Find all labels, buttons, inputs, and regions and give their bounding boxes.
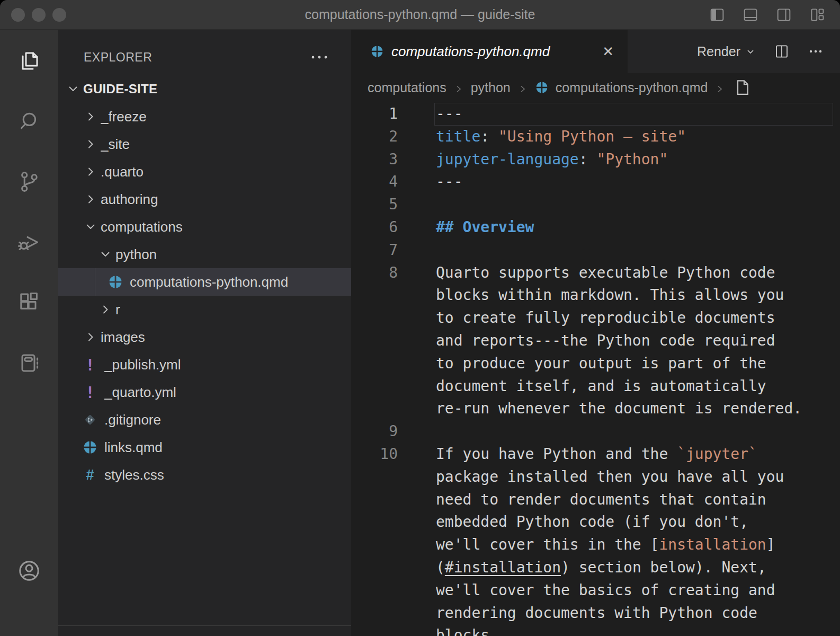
close-window-button[interactable] xyxy=(11,8,25,22)
explorer-sidebar: EXPLORER GUIDE-SITE_freeze_site.quartoau… xyxy=(58,30,351,636)
chevron-right-icon xyxy=(453,82,464,93)
line-number xyxy=(351,602,398,625)
tree-file-links-qmd[interactable]: links.qmd xyxy=(58,434,351,461)
breadcrumbs: computations python computations-python.… xyxy=(351,73,840,102)
tree-item-label: .gitignore xyxy=(104,412,161,428)
tree-folder--freeze[interactable]: _freeze xyxy=(58,103,351,130)
outline-section[interactable]: OUTLINE xyxy=(58,625,351,636)
code-line-10-wrap-2[interactable]: need to render documents that contain xyxy=(351,489,840,511)
tree-folder-authoring[interactable]: authoring xyxy=(58,186,351,213)
code-text: to produce your output is part of the xyxy=(436,352,766,375)
run-debug-icon[interactable] xyxy=(16,229,42,255)
tree-file--quarto-yml[interactable]: !_quarto.yml xyxy=(58,378,351,406)
toggle-primary-sidebar-icon[interactable] xyxy=(708,6,726,24)
code-line-8-wrap-3[interactable]: and reports---the Python code required xyxy=(351,330,840,352)
search-icon[interactable] xyxy=(16,109,42,134)
tree-folder-python[interactable]: python xyxy=(58,241,351,268)
files-icon[interactable] xyxy=(16,48,42,74)
extensions-icon[interactable] xyxy=(16,290,42,315)
code-text: jupyter-language: "Python" xyxy=(436,148,668,171)
outline-label: OUTLINE xyxy=(84,634,137,636)
code-line-5[interactable]: 5 xyxy=(351,193,840,216)
line-number: 9 xyxy=(351,420,398,443)
chevron-right-icon xyxy=(84,330,97,344)
render-label: Render xyxy=(697,44,740,59)
tree-file--publish-yml[interactable]: !_publish.yml xyxy=(58,351,351,378)
tab-computations-python[interactable]: computations-python.qmd ✕ xyxy=(351,30,628,73)
code-line-10-wrap-3[interactable]: embedded Python code (if you don't, xyxy=(351,511,840,534)
toggle-secondary-sidebar-icon[interactable] xyxy=(775,6,793,24)
render-button[interactable]: Render xyxy=(697,44,756,59)
code-line-10-wrap-1[interactable]: package installed then you have all you xyxy=(351,466,840,489)
tree-file--gitignore[interactable]: .gitignore xyxy=(58,406,351,434)
explorer-more-actions-icon[interactable] xyxy=(309,49,330,65)
explorer-title: EXPLORER xyxy=(84,50,152,65)
line-number: 1 xyxy=(351,103,398,126)
editor-more-actions-icon[interactable] xyxy=(807,43,824,60)
tree-folder-images[interactable]: images xyxy=(58,323,351,351)
close-tab-icon[interactable]: ✕ xyxy=(602,45,614,58)
toggle-panel-icon[interactable] xyxy=(741,6,759,24)
code-line-4[interactable]: 4--- xyxy=(351,171,840,193)
minimize-window-button[interactable] xyxy=(32,8,46,22)
customize-layout-icon[interactable] xyxy=(808,6,826,24)
tree-folder--quarto[interactable]: .quarto xyxy=(58,158,351,186)
file-tree: GUIDE-SITE_freeze_site.quartoauthoringco… xyxy=(58,75,351,489)
code-line-10-wrap-4[interactable]: we'll cover this in the [installation] xyxy=(351,534,840,556)
code-text: --- xyxy=(436,103,463,126)
tree-file-computations-python-qmd[interactable]: computations-python.qmd xyxy=(58,268,351,296)
breadcrumb-file[interactable]: computations-python.qmd xyxy=(556,80,708,95)
code-line-10[interactable]: 10If you have Python and the `jupyter` xyxy=(351,443,840,466)
code-text: re-run whenever the document is rendered… xyxy=(436,398,802,420)
notebook-icon[interactable] xyxy=(16,350,42,376)
line-number xyxy=(351,466,398,489)
line-number xyxy=(351,375,398,398)
tree-item-label: _publish.yml xyxy=(104,357,181,373)
code-editor[interactable]: 1---2title: "Using Python — site"3jupyte… xyxy=(351,102,840,636)
code-line-10-wrap-7[interactable]: rendering documents with Python code xyxy=(351,602,840,625)
code-line-8-wrap-4[interactable]: to produce your output is part of the xyxy=(351,352,840,375)
account-icon[interactable] xyxy=(16,558,42,584)
code-text: blocks within markdown. This allows you xyxy=(436,284,784,307)
code-line-3[interactable]: 3jupyter-language: "Python" xyxy=(351,148,840,171)
tree-item-label: images xyxy=(101,329,145,346)
tab-bar: computations-python.qmd ✕ Render xyxy=(351,30,840,73)
code-line-7[interactable]: 7 xyxy=(351,239,840,262)
line-number xyxy=(351,307,398,330)
code-line-10-wrap-8[interactable]: blocks. xyxy=(351,624,840,636)
code-line-8-wrap-6[interactable]: re-run whenever the document is rendered… xyxy=(351,398,840,420)
tree-item-label: computations xyxy=(101,219,183,235)
source-control-icon[interactable] xyxy=(16,169,42,195)
code-line-8-wrap-5[interactable]: document itself, and is automatically xyxy=(351,375,840,398)
split-editor-icon[interactable] xyxy=(773,43,790,60)
titlebar-layout-controls xyxy=(708,6,840,24)
tree-folder--site[interactable]: _site xyxy=(58,130,351,158)
chevron-right-icon xyxy=(84,110,97,123)
titlebar: computations-python.qmd — guide-site xyxy=(0,0,840,30)
code-line-8[interactable]: 8Quarto supports executable Python code xyxy=(351,262,840,285)
code-text: blocks. xyxy=(436,624,498,636)
code-line-1[interactable]: 1--- xyxy=(351,103,840,126)
line-number xyxy=(351,352,398,375)
code-line-9[interactable]: 9 xyxy=(351,420,840,443)
code-text: (#installation) section below). Next, xyxy=(436,556,766,579)
tree-file-styles-css[interactable]: #styles.css xyxy=(58,461,351,489)
code-line-10-wrap-6[interactable]: we'll cover the basics of creating and xyxy=(351,579,840,602)
code-line-2[interactable]: 2title: "Using Python — site" xyxy=(351,126,840,148)
chevron-down-icon xyxy=(66,82,80,96)
indent-guide xyxy=(95,268,95,296)
tree-folder-guide-site[interactable]: GUIDE-SITE xyxy=(58,75,351,103)
chevron-right-icon xyxy=(84,165,97,179)
zoom-window-button[interactable] xyxy=(52,8,66,22)
code-line-8-wrap-1[interactable]: blocks within markdown. This allows you xyxy=(351,284,840,307)
breadcrumb-folder[interactable]: python xyxy=(471,80,511,95)
tree-folder-computations[interactable]: computations xyxy=(58,213,351,241)
tree-folder-r[interactable]: r xyxy=(58,296,351,323)
code-line-10-wrap-5[interactable]: (#installation) section below). Next, xyxy=(351,556,840,579)
code-line-6[interactable]: 6## Overview xyxy=(351,216,840,239)
breadcrumb-folder[interactable]: computations xyxy=(368,80,446,95)
code-text: need to render documents that contain xyxy=(436,489,766,511)
yaml-file-icon: ! xyxy=(82,384,98,400)
code-line-8-wrap-2[interactable]: to create fully reproducible documents xyxy=(351,307,840,330)
code-text: Quarto supports executable Python code xyxy=(436,262,775,285)
